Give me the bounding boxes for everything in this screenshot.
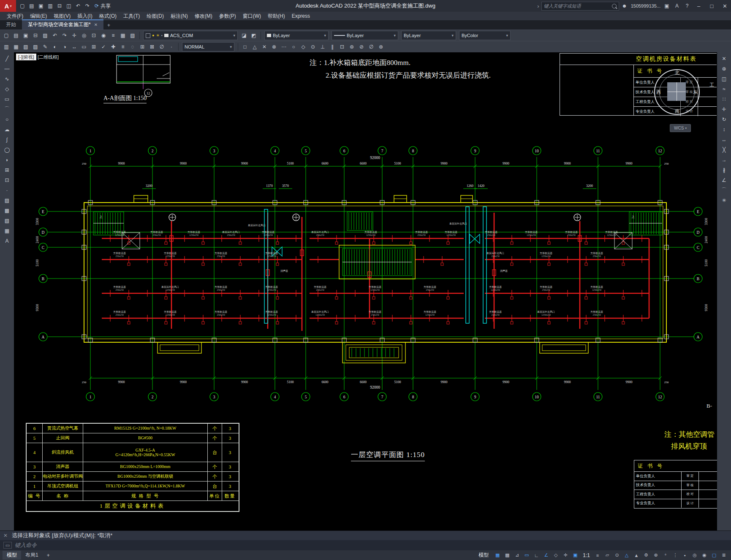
object-snap-tracking-icon[interactable]: ✛: [561, 551, 570, 559]
circle-icon[interactable]: ○: [2, 115, 12, 124]
polygon-icon[interactable]: ◇: [2, 84, 12, 93]
snap-insertion-icon[interactable]: ⊡: [337, 43, 347, 51]
infer-constraints-icon[interactable]: ⊿: [512, 551, 522, 559]
group-icon[interactable]: ⊞: [138, 43, 147, 51]
spline-icon[interactable]: ∫: [2, 135, 12, 144]
dynamic-input-icon[interactable]: ▭: [522, 551, 531, 559]
menu-draw[interactable]: 绘图(D): [143, 13, 167, 20]
isolate-icon[interactable]: ◌: [128, 43, 137, 51]
model-tab[interactable]: 模型: [3, 551, 21, 560]
annotation-scale-value[interactable]: 1:1: [581, 552, 592, 558]
snap-none-icon[interactable]: ∅: [367, 43, 376, 51]
signed-in-user[interactable]: 1505999135...: [630, 3, 661, 8]
menu-insert[interactable]: 插入(I): [74, 13, 95, 20]
zoom-previous-icon[interactable]: ◉: [99, 31, 108, 40]
measure-icon[interactable]: ∅: [157, 43, 166, 51]
spell-check-icon[interactable]: ✓: [99, 43, 108, 51]
new-tab-button[interactable]: +: [103, 22, 114, 30]
snap-parallel-icon[interactable]: ∥: [328, 43, 337, 51]
lock-ui-icon[interactable]: ▪: [680, 551, 690, 559]
lineweight-dropdown[interactable]: ByLayer ▾: [401, 31, 456, 40]
mtext-icon[interactable]: A: [2, 236, 12, 245]
plot-icon[interactable]: ⊟: [31, 31, 40, 40]
undo-icon[interactable]: ↶: [50, 31, 60, 40]
new-file-icon[interactable]: ▢: [2, 31, 11, 40]
save-icon[interactable]: ▣: [21, 31, 30, 40]
color-dropdown[interactable]: ByLayer ▾: [264, 31, 329, 40]
zoom-realtime-icon[interactable]: ◎: [79, 31, 89, 40]
maximize-button[interactable]: □: [706, 0, 718, 12]
menu-window[interactable]: 窗口(W): [239, 13, 264, 20]
tab-drawing[interactable]: 某中型商场空调全套施工图* ✕: [22, 19, 103, 30]
app-store-icon[interactable]: ▣: [662, 2, 671, 11]
user-icon[interactable]: ☻: [620, 2, 629, 11]
layout1-tab[interactable]: 布局1: [21, 551, 43, 560]
move-icon[interactable]: ✛: [719, 105, 729, 114]
line-icon[interactable]: ╱: [2, 54, 12, 63]
selection-cycling-icon[interactable]: ⊙: [612, 551, 622, 559]
offset-icon[interactable]: ≈: [719, 84, 729, 93]
copy-icon[interactable]: ⊕: [719, 64, 729, 73]
layer-dropdown[interactable]: ● ☀ ▪ ACS_COM ▾: [143, 31, 238, 40]
minimize-button[interactable]: –: [693, 0, 705, 12]
render-icon[interactable]: ◐: [50, 43, 60, 51]
gradient-icon[interactable]: ▩: [2, 206, 12, 215]
menu-format[interactable]: 格式(O): [96, 13, 120, 20]
tab-close-icon[interactable]: ✕: [94, 22, 98, 27]
isolate-objects-icon[interactable]: ◎: [690, 551, 699, 559]
annotation-visibility-icon[interactable]: △: [622, 551, 631, 559]
erase-icon[interactable]: ✕: [719, 54, 729, 63]
new-layout-button[interactable]: +: [43, 552, 54, 559]
trim-icon[interactable]: ╳: [719, 145, 729, 154]
new-file-icon[interactable]: ▢: [18, 2, 27, 11]
mirror-icon[interactable]: ◫: [719, 74, 729, 83]
layer-walk-icon[interactable]: ▧: [128, 31, 137, 40]
workspace-icon[interactable]: ⚙: [641, 551, 651, 559]
match-properties-icon[interactable]: ▨: [41, 31, 50, 40]
search-icon[interactable]: [612, 4, 617, 8]
autoscale-icon[interactable]: ▲: [632, 551, 641, 559]
materials-icon[interactable]: ◑: [60, 43, 69, 51]
make-object-layer-current-icon[interactable]: ◪: [239, 31, 249, 40]
polar-tracking-icon[interactable]: ∠: [541, 551, 551, 559]
properties-palette-icon[interactable]: ▥: [2, 43, 11, 51]
layer-previous-icon[interactable]: ◩: [249, 31, 258, 40]
array-icon[interactable]: ∷: [719, 95, 729, 103]
clean-screen-icon[interactable]: ▢: [709, 551, 719, 559]
visual-style-control[interactable]: [二维线框]: [38, 54, 59, 60]
command-window[interactable]: ✕ 选择注释对象或 [放弃(U)/模式(M)]: *取消* ▭ 键入命令: [0, 530, 731, 550]
tool-palettes-icon[interactable]: ▧: [21, 43, 30, 51]
layer-states-icon[interactable]: ▦: [118, 31, 128, 40]
help-icon[interactable]: ?: [682, 2, 692, 11]
extend-icon[interactable]: →: [719, 155, 729, 164]
print-preview-icon[interactable]: ◫: [64, 2, 73, 11]
application-menu-button[interactable]: A▾: [0, 0, 16, 12]
scale-icon[interactable]: ↕: [719, 125, 729, 134]
menu-edit[interactable]: 编辑(E): [27, 13, 50, 20]
sheet-set-icon[interactable]: ▨: [31, 43, 40, 51]
object-snap-icon[interactable]: ▣: [571, 551, 580, 559]
share-button[interactable]: ⟳ 共享: [95, 3, 111, 10]
make-block-icon[interactable]: ⊡: [2, 176, 12, 184]
menu-view[interactable]: 视图(V): [50, 13, 74, 20]
viewport-controls[interactable]: [-][俯视] [二维线框]: [16, 54, 59, 60]
stretch-icon[interactable]: ↔: [719, 135, 729, 144]
snap-tangent-icon[interactable]: ⊙: [308, 43, 318, 51]
snap-endpoint-icon[interactable]: □: [240, 43, 250, 51]
command-input[interactable]: ▭ 键入命令: [0, 540, 731, 550]
quick-select-icon[interactable]: ✚: [109, 43, 118, 51]
save-as-icon[interactable]: ▥: [46, 2, 55, 11]
rotate-icon[interactable]: ↻: [719, 115, 729, 124]
search-box[interactable]: 键入关键字或短语: [541, 2, 619, 11]
snap-apparent-icon[interactable]: ⊗: [269, 43, 279, 51]
ortho-icon[interactable]: ∟: [532, 551, 541, 559]
customize-icon[interactable]: ≣: [719, 551, 728, 559]
region-icon[interactable]: ▧: [2, 216, 12, 225]
autodesk-account-icon[interactable]: A: [672, 2, 682, 11]
fillet-icon[interactable]: ⌒: [719, 186, 729, 195]
quick-properties-icon[interactable]: ⋮: [671, 551, 680, 559]
menu-dimension[interactable]: 标注(N): [167, 13, 191, 20]
layer-properties-icon[interactable]: ≡: [109, 31, 118, 40]
snap-mode-icon[interactable]: ▩: [503, 551, 512, 559]
table-icon[interactable]: ▦: [2, 226, 12, 235]
